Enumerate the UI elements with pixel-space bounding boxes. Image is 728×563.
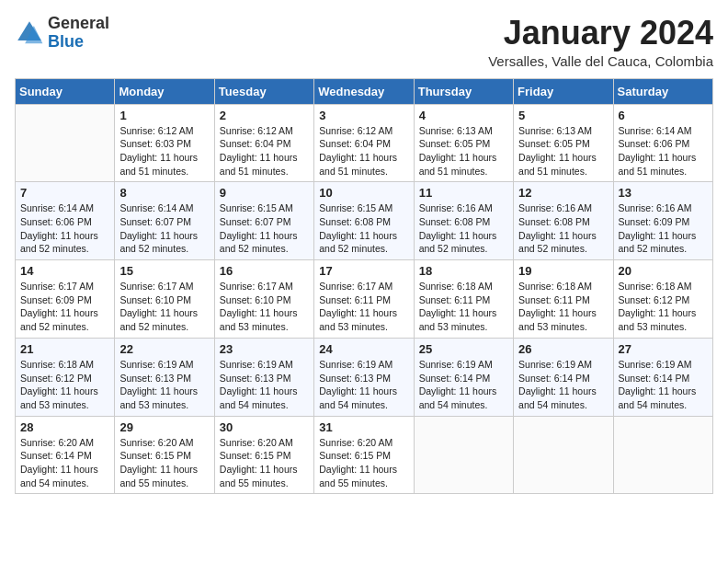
calendar-title: January 2024 — [488, 15, 713, 52]
day-info: Sunrise: 6:18 AMSunset: 6:11 PMDaylight:… — [419, 280, 508, 334]
logo-general-text: General — [48, 15, 109, 33]
day-number: 10 — [319, 186, 408, 200]
day-info: Sunrise: 6:14 AMSunset: 6:06 PMDaylight:… — [619, 124, 708, 178]
calendar-week-row: 14Sunrise: 6:17 AMSunset: 6:09 PMDayligh… — [16, 260, 713, 339]
calendar-day-cell: 29Sunrise: 6:20 AMSunset: 6:15 PMDayligh… — [115, 416, 214, 494]
day-number: 21 — [20, 342, 109, 356]
day-number: 9 — [220, 186, 309, 200]
calendar-day-cell: 14Sunrise: 6:17 AMSunset: 6:09 PMDayligh… — [16, 260, 115, 339]
day-info: Sunrise: 6:14 AMSunset: 6:06 PMDaylight:… — [20, 201, 109, 256]
day-number: 15 — [119, 264, 209, 278]
day-number: 30 — [220, 420, 309, 434]
logo: General Blue — [15, 15, 109, 52]
day-info: Sunrise: 6:20 AMSunset: 6:15 PMDaylight:… — [119, 436, 209, 490]
calendar-table: SundayMondayTuesdayWednesdayThursdayFrid… — [15, 78, 713, 495]
calendar-subtitle: Versalles, Valle del Cauca, Colombia — [488, 53, 713, 69]
weekday-header-cell: Sunday — [16, 78, 115, 104]
day-number: 13 — [619, 186, 708, 200]
logo-icon — [15, 18, 44, 48]
calendar-day-cell: 3Sunrise: 6:12 AMSunset: 6:04 PMDaylight… — [314, 104, 414, 182]
day-number: 11 — [419, 186, 508, 200]
calendar-day-cell: 24Sunrise: 6:19 AMSunset: 6:13 PMDayligh… — [314, 338, 414, 416]
calendar-day-cell: 10Sunrise: 6:15 AMSunset: 6:08 PMDayligh… — [314, 182, 414, 260]
calendar-day-cell: 21Sunrise: 6:18 AMSunset: 6:12 PMDayligh… — [16, 338, 115, 416]
day-info: Sunrise: 6:18 AMSunset: 6:12 PMDaylight:… — [20, 358, 109, 412]
calendar-day-cell: 12Sunrise: 6:16 AMSunset: 6:08 PMDayligh… — [514, 182, 613, 260]
calendar-day-cell: 31Sunrise: 6:20 AMSunset: 6:15 PMDayligh… — [314, 416, 414, 494]
day-info: Sunrise: 6:15 AMSunset: 6:08 PMDaylight:… — [319, 201, 408, 256]
day-info: Sunrise: 6:13 AMSunset: 6:05 PMDaylight:… — [518, 124, 608, 178]
logo-blue-text: Blue — [48, 33, 109, 52]
day-number: 26 — [518, 342, 608, 356]
day-number: 16 — [220, 264, 309, 278]
day-info: Sunrise: 6:12 AMSunset: 6:04 PMDaylight:… — [220, 124, 309, 178]
calendar-week-row: 7Sunrise: 6:14 AMSunset: 6:06 PMDaylight… — [16, 182, 713, 260]
calendar-day-cell: 25Sunrise: 6:19 AMSunset: 6:14 PMDayligh… — [414, 338, 513, 416]
day-info: Sunrise: 6:16 AMSunset: 6:08 PMDaylight:… — [518, 201, 608, 256]
day-number: 27 — [619, 342, 708, 356]
calendar-day-cell: 11Sunrise: 6:16 AMSunset: 6:08 PMDayligh… — [414, 182, 513, 260]
day-info: Sunrise: 6:12 AMSunset: 6:04 PMDaylight:… — [319, 124, 408, 178]
day-info: Sunrise: 6:17 AMSunset: 6:11 PMDaylight:… — [319, 280, 408, 334]
day-info: Sunrise: 6:19 AMSunset: 6:13 PMDaylight:… — [220, 358, 309, 412]
calendar-day-cell: 13Sunrise: 6:16 AMSunset: 6:09 PMDayligh… — [613, 182, 712, 260]
page-header: General Blue January 2024 Versalles, Val… — [15, 15, 713, 69]
day-number: 17 — [319, 264, 408, 278]
day-info: Sunrise: 6:20 AMSunset: 6:15 PMDaylight:… — [319, 436, 408, 490]
weekday-header-cell: Saturday — [613, 78, 712, 104]
day-number: 20 — [619, 264, 708, 278]
day-info: Sunrise: 6:17 AMSunset: 6:09 PMDaylight:… — [20, 280, 109, 334]
day-number: 23 — [220, 342, 309, 356]
day-info: Sunrise: 6:16 AMSunset: 6:08 PMDaylight:… — [419, 201, 508, 256]
weekday-header-cell: Tuesday — [214, 78, 313, 104]
day-info: Sunrise: 6:14 AMSunset: 6:07 PMDaylight:… — [119, 201, 209, 256]
calendar-body: 1Sunrise: 6:12 AMSunset: 6:03 PMDaylight… — [16, 104, 713, 494]
title-block: January 2024 Versalles, Valle del Cauca,… — [488, 15, 713, 69]
calendar-day-cell: 9Sunrise: 6:15 AMSunset: 6:07 PMDaylight… — [214, 182, 313, 260]
day-number: 3 — [319, 109, 408, 122]
calendar-day-cell: 27Sunrise: 6:19 AMSunset: 6:14 PMDayligh… — [613, 338, 712, 416]
calendar-week-row: 1Sunrise: 6:12 AMSunset: 6:03 PMDaylight… — [16, 104, 713, 182]
weekday-header-cell: Thursday — [414, 78, 513, 104]
calendar-day-cell: 19Sunrise: 6:18 AMSunset: 6:11 PMDayligh… — [514, 260, 613, 339]
day-number: 19 — [518, 264, 608, 278]
weekday-header-cell: Friday — [514, 78, 613, 104]
day-number: 29 — [119, 420, 209, 434]
calendar-day-cell — [514, 416, 613, 494]
calendar-day-cell: 6Sunrise: 6:14 AMSunset: 6:06 PMDaylight… — [613, 104, 712, 182]
day-number: 8 — [119, 186, 209, 200]
day-number: 12 — [518, 186, 608, 200]
day-number: 22 — [119, 342, 209, 356]
day-number: 25 — [419, 342, 508, 356]
calendar-day-cell: 15Sunrise: 6:17 AMSunset: 6:10 PMDayligh… — [115, 260, 214, 339]
day-info: Sunrise: 6:19 AMSunset: 6:13 PMDaylight:… — [319, 358, 408, 412]
calendar-day-cell: 16Sunrise: 6:17 AMSunset: 6:10 PMDayligh… — [214, 260, 313, 339]
calendar-day-cell: 8Sunrise: 6:14 AMSunset: 6:07 PMDaylight… — [115, 182, 214, 260]
calendar-day-cell: 5Sunrise: 6:13 AMSunset: 6:05 PMDaylight… — [514, 104, 613, 182]
day-info: Sunrise: 6:15 AMSunset: 6:07 PMDaylight:… — [220, 201, 309, 256]
calendar-day-cell: 1Sunrise: 6:12 AMSunset: 6:03 PMDaylight… — [115, 104, 214, 182]
calendar-day-cell — [414, 416, 513, 494]
calendar-day-cell: 30Sunrise: 6:20 AMSunset: 6:15 PMDayligh… — [214, 416, 313, 494]
calendar-day-cell: 2Sunrise: 6:12 AMSunset: 6:04 PMDaylight… — [214, 104, 313, 182]
calendar-day-cell: 17Sunrise: 6:17 AMSunset: 6:11 PMDayligh… — [314, 260, 414, 339]
day-info: Sunrise: 6:18 AMSunset: 6:12 PMDaylight:… — [619, 280, 708, 334]
day-number: 4 — [419, 109, 508, 122]
day-info: Sunrise: 6:13 AMSunset: 6:05 PMDaylight:… — [419, 124, 508, 178]
calendar-day-cell — [613, 416, 712, 494]
calendar-day-cell: 28Sunrise: 6:20 AMSunset: 6:14 PMDayligh… — [16, 416, 115, 494]
day-info: Sunrise: 6:16 AMSunset: 6:09 PMDaylight:… — [619, 201, 708, 256]
day-number: 31 — [319, 420, 408, 434]
day-number: 6 — [619, 109, 708, 122]
day-number: 18 — [419, 264, 508, 278]
day-number: 24 — [319, 342, 408, 356]
weekday-header-cell: Monday — [115, 78, 214, 104]
day-number: 28 — [20, 420, 109, 434]
weekday-header-cell: Wednesday — [314, 78, 414, 104]
day-info: Sunrise: 6:19 AMSunset: 6:14 PMDaylight:… — [419, 358, 508, 412]
day-info: Sunrise: 6:19 AMSunset: 6:14 PMDaylight:… — [518, 358, 608, 412]
day-info: Sunrise: 6:19 AMSunset: 6:13 PMDaylight:… — [119, 358, 209, 412]
calendar-day-cell: 20Sunrise: 6:18 AMSunset: 6:12 PMDayligh… — [613, 260, 712, 339]
day-info: Sunrise: 6:20 AMSunset: 6:15 PMDaylight:… — [220, 436, 309, 490]
day-number: 7 — [20, 186, 109, 200]
